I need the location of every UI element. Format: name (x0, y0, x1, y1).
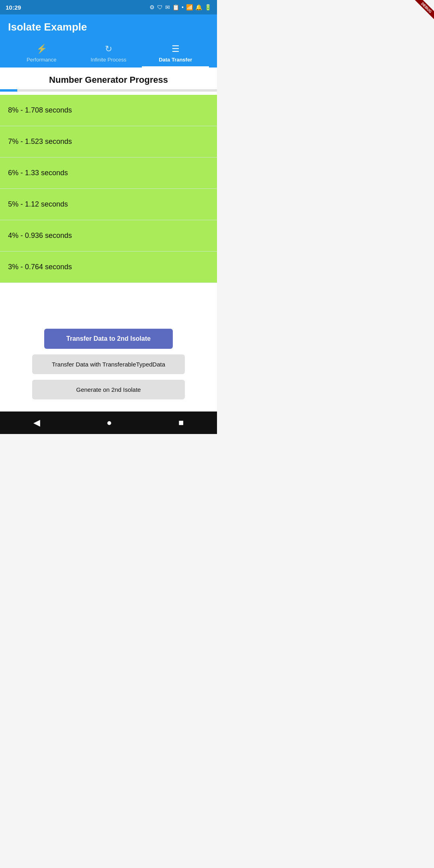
nav-home-button[interactable]: ● (98, 414, 120, 431)
list-item: 4% - 0.936 seconds (0, 220, 217, 252)
list-item: 8% - 1.708 seconds (0, 95, 217, 126)
tab-infinite-process[interactable]: ↻ Infinite Process (75, 41, 142, 68)
dot-icon: • (182, 4, 184, 10)
tab-bar: ⚡ Performance ↻ Infinite Process ☰ Data … (8, 41, 209, 68)
nav-recent-button[interactable]: ■ (170, 414, 192, 431)
status-bar: 10:29 ⚙ 🛡 ✉ 📋 • 📶 🔔 🔋 (0, 0, 217, 14)
main-content: Number Generator Progress 8% - 1.708 sec… (0, 68, 217, 411)
clipboard-icon: 📋 (172, 4, 179, 10)
status-icons: ⚙ 🛡 ✉ 📋 • 📶 🔔 🔋 (149, 4, 211, 10)
data-transfer-icon: ☰ (172, 44, 180, 54)
tab-performance[interactable]: ⚡ Performance (8, 41, 75, 68)
nav-bar: ◀ ● ■ (0, 411, 217, 434)
tab-performance-label: Performance (27, 57, 56, 63)
wifi-icon: 📶 (186, 4, 193, 10)
status-time: 10:29 (6, 4, 21, 11)
section-title: Number Generator Progress (0, 68, 217, 89)
transfer-transferable-button[interactable]: Transfer Data with TransferableTypedData (32, 354, 185, 374)
performance-icon: ⚡ (36, 44, 47, 54)
progress-bar-container (0, 89, 217, 92)
nav-back-button[interactable]: ◀ (25, 414, 48, 431)
progress-bar-fill (0, 89, 17, 92)
app-title: Isolate Example (8, 21, 209, 33)
battery-icon: 🔋 (205, 4, 211, 10)
volume-icon: 🔔 (195, 4, 202, 10)
settings-icon: ⚙ (149, 4, 155, 10)
generate-on-isolate-button[interactable]: Generate on 2nd Isolate (32, 380, 185, 399)
infinite-process-icon: ↻ (105, 44, 112, 54)
transfer-data-button[interactable]: Transfer Data to 2nd Isolate (44, 329, 173, 349)
tab-infinite-process-label: Infinite Process (91, 57, 127, 63)
list-item: 6% - 1.33 seconds (0, 158, 217, 189)
list-container: 8% - 1.708 seconds 7% - 1.523 seconds 6%… (0, 95, 217, 319)
list-item: 3% - 0.764 seconds (0, 252, 217, 283)
shield-icon: 🛡 (157, 4, 163, 10)
tab-data-transfer-label: Data Transfer (159, 57, 192, 63)
buttons-container: Transfer Data to 2nd Isolate Transfer Da… (0, 319, 217, 411)
list-item: 5% - 1.12 seconds (0, 189, 217, 220)
list-item: 7% - 1.523 seconds (0, 126, 217, 158)
mail-icon: ✉ (165, 4, 170, 10)
app-bar: Isolate Example ⚡ Performance ↻ Infinite… (0, 14, 217, 68)
tab-data-transfer[interactable]: ☰ Data Transfer (142, 41, 209, 68)
